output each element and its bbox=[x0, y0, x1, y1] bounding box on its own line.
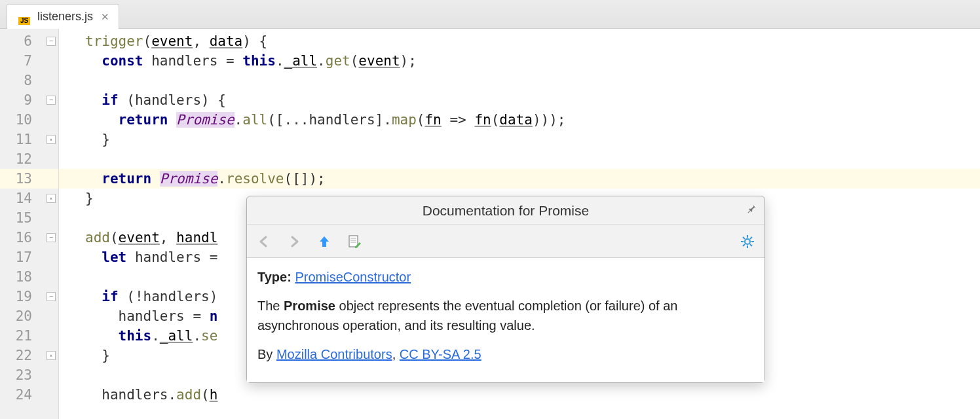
line-number: 10 bbox=[0, 110, 58, 130]
line-number: 11▴ bbox=[0, 130, 58, 149]
file-tab[interactable]: JS listeners.js ✕ bbox=[7, 4, 119, 29]
fold-open-icon[interactable]: − bbox=[47, 292, 56, 301]
doc-attribution: By Mozilla Contributors, CC BY-SA 2.5 bbox=[257, 344, 754, 364]
license-link[interactable]: CC BY-SA 2.5 bbox=[400, 347, 481, 361]
close-icon[interactable]: ✕ bbox=[101, 11, 109, 23]
svg-line-11 bbox=[743, 244, 745, 246]
doc-description: The Promise object represents the eventu… bbox=[257, 296, 754, 335]
gutter: 6−789−1011▴121314▴1516−171819−202122▴232… bbox=[0, 29, 59, 419]
line-number: 19− bbox=[0, 287, 58, 306]
svg-point-4 bbox=[745, 239, 750, 244]
line-number: 7 bbox=[0, 51, 58, 71]
line-number: 6− bbox=[0, 31, 58, 51]
pin-icon[interactable] bbox=[742, 202, 759, 219]
type-link[interactable]: PromiseConstructor bbox=[295, 270, 411, 284]
fold-close-icon[interactable]: ▴ bbox=[47, 194, 56, 203]
code-line: return Promise.resolve([]); bbox=[59, 169, 980, 189]
forward-icon[interactable] bbox=[286, 234, 302, 249]
svg-line-9 bbox=[743, 237, 745, 239]
line-number: 18 bbox=[0, 267, 58, 287]
line-number: 12 bbox=[0, 149, 58, 169]
doc-popup-title-bar: Documentation for Promise bbox=[247, 196, 764, 225]
fold-open-icon[interactable]: − bbox=[47, 37, 56, 46]
line-number: 22▴ bbox=[0, 346, 58, 365]
up-icon[interactable] bbox=[316, 234, 332, 249]
line-number: 21 bbox=[0, 326, 58, 346]
svg-line-10 bbox=[750, 244, 752, 246]
documentation-popup: Documentation for Promise bbox=[246, 196, 765, 383]
code-line bbox=[59, 71, 980, 90]
line-number: 13 bbox=[0, 169, 58, 189]
line-number: 24 bbox=[0, 385, 58, 405]
back-icon[interactable] bbox=[256, 234, 272, 249]
svg-line-12 bbox=[750, 237, 752, 239]
type-label: Type: bbox=[257, 270, 295, 284]
line-number: 20 bbox=[0, 306, 58, 326]
svg-rect-0 bbox=[349, 236, 358, 247]
edit-source-icon[interactable] bbox=[347, 234, 362, 249]
line-number: 9− bbox=[0, 90, 58, 110]
tab-bar: JS listeners.js ✕ bbox=[0, 0, 980, 29]
fold-close-icon[interactable]: ▴ bbox=[47, 351, 56, 360]
fold-close-icon[interactable]: ▴ bbox=[47, 135, 56, 144]
code-line: handlers.add(h bbox=[59, 385, 980, 405]
author-link[interactable]: Mozilla Contributors bbox=[276, 347, 392, 361]
code-line bbox=[59, 149, 980, 169]
tab-filename: listeners.js bbox=[37, 10, 93, 24]
line-number: 17 bbox=[0, 247, 58, 267]
fold-open-icon[interactable]: − bbox=[47, 233, 56, 242]
code-line: trigger(event, data) { bbox=[59, 31, 980, 51]
doc-popup-toolbar bbox=[247, 225, 764, 258]
doc-popup-title: Documentation for Promise bbox=[423, 203, 589, 219]
code-line: } bbox=[59, 130, 980, 149]
doc-body: Type: PromiseConstructor The Promise obj… bbox=[247, 258, 764, 382]
code-line: return Promise.all([...handlers].map(fn … bbox=[59, 110, 980, 130]
line-number: 15 bbox=[0, 208, 58, 228]
gear-icon[interactable] bbox=[740, 234, 755, 249]
line-number: 8 bbox=[0, 71, 58, 90]
code-line: if (handlers) { bbox=[59, 90, 980, 110]
fold-open-icon[interactable]: − bbox=[47, 96, 56, 105]
line-number: 14▴ bbox=[0, 189, 58, 208]
line-number: 16− bbox=[0, 228, 58, 247]
js-file-icon: JS bbox=[16, 9, 32, 25]
line-number: 23 bbox=[0, 365, 58, 385]
code-line: const handlers = this._all.get(event); bbox=[59, 51, 980, 71]
